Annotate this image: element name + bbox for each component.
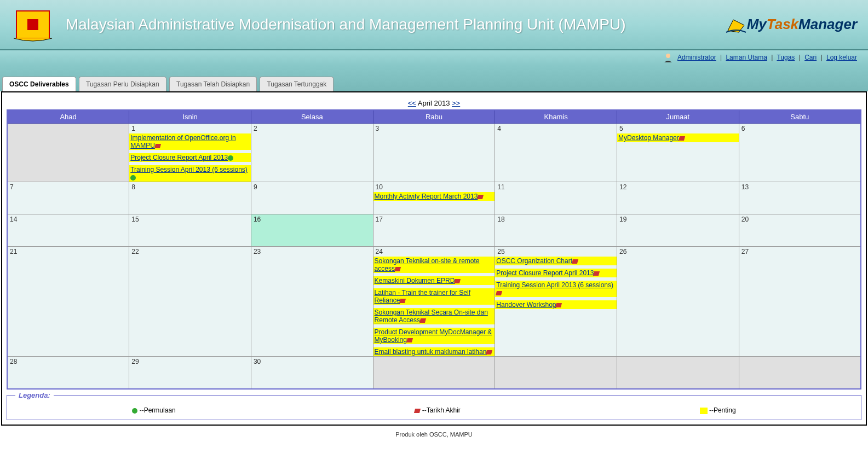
month-title: April 2013 bbox=[418, 99, 450, 107]
end-icon bbox=[572, 259, 578, 264]
event-link[interactable]: Training Session April 2013 (6 sessions) bbox=[496, 281, 613, 289]
end-icon bbox=[477, 195, 484, 199]
event-link[interactable]: Project Closure Report April 2013 bbox=[130, 154, 228, 161]
event-link[interactable]: Sokongan Teknikal Secara On-site dan Rem… bbox=[375, 309, 488, 324]
day-cell[interactable] bbox=[617, 357, 739, 390]
logout-link[interactable]: Log keluar bbox=[826, 54, 857, 61]
day-cell[interactable]: 19 bbox=[617, 214, 739, 247]
day-header: Khamis bbox=[495, 110, 617, 124]
content-panel: << April 2013 >> Ahad Isnin Selasa Rabu … bbox=[1, 91, 867, 426]
day-cell[interactable]: 2 bbox=[251, 124, 373, 182]
day-cell[interactable]: 1 Implementation of OpenOffice.org in MA… bbox=[129, 124, 251, 182]
next-month[interactable]: >> bbox=[452, 99, 460, 107]
event-link[interactable]: Handover Workshop bbox=[496, 301, 556, 309]
user-icon bbox=[663, 53, 674, 63]
search-link[interactable]: Cari bbox=[804, 54, 817, 61]
event-link[interactable]: Implementation of OpenOffice.org in MAMP… bbox=[130, 134, 236, 149]
day-cell-today[interactable]: 16 bbox=[251, 214, 373, 247]
important-swatch bbox=[700, 408, 708, 414]
end-icon bbox=[679, 136, 685, 141]
day-cell[interactable]: 4 bbox=[495, 124, 617, 182]
day-cell[interactable]: 12 bbox=[617, 182, 739, 214]
day-cell[interactable]: 10 Monthly Activity Report March 2013 bbox=[373, 182, 495, 214]
footer: Produk oleh OSCC, MAMPU bbox=[0, 426, 868, 443]
end-icon bbox=[154, 144, 161, 148]
day-cell[interactable]: 11 bbox=[495, 182, 617, 214]
legend-title: Legenda: bbox=[15, 391, 54, 399]
end-icon bbox=[414, 409, 421, 413]
day-cell[interactable]: 30 bbox=[251, 357, 373, 390]
end-icon bbox=[419, 318, 426, 323]
event-link[interactable]: MyDesktop Manager bbox=[618, 134, 679, 142]
day-cell[interactable]: 18 bbox=[495, 214, 617, 247]
legend-end: --Tarikh Akhir bbox=[415, 406, 460, 414]
start-icon bbox=[228, 155, 233, 161]
day-cell[interactable]: 6 bbox=[739, 124, 861, 182]
day-cell[interactable]: 22 bbox=[129, 247, 251, 357]
end-icon bbox=[406, 338, 413, 342]
day-cell[interactable]: 13 bbox=[739, 182, 861, 214]
tab-deliverables[interactable]: OSCC Deliverables bbox=[2, 77, 76, 91]
event-link[interactable]: OSCC Organization Chart bbox=[496, 257, 572, 265]
day-cell[interactable]: 28 bbox=[7, 357, 129, 390]
tab-bar: OSCC Deliverables Tugasan Perlu Disiapka… bbox=[0, 66, 868, 91]
end-icon bbox=[454, 279, 461, 283]
day-cell[interactable]: 15 bbox=[129, 214, 251, 247]
day-cell[interactable]: 23 bbox=[251, 247, 373, 357]
start-icon bbox=[130, 175, 136, 181]
org-title: Malaysian Administrative Modernisation a… bbox=[66, 16, 693, 33]
tasks-link[interactable]: Tugas bbox=[777, 54, 795, 61]
calendar-grid: Ahad Isnin Selasa Rabu Khamis Jumaat Sab… bbox=[7, 109, 861, 390]
day-cell[interactable] bbox=[7, 124, 129, 182]
legend: Legenda: --Permulaan --Tarikh Akhir --Pe… bbox=[7, 395, 861, 420]
svg-point-2 bbox=[666, 54, 670, 58]
end-icon bbox=[496, 291, 502, 295]
end-icon bbox=[399, 299, 406, 303]
user-bar: Administrator | Laman Utama | Tugas | Ca… bbox=[0, 50, 868, 66]
day-cell[interactable]: 3 bbox=[373, 124, 495, 182]
tab-telah[interactable]: Tugasan Telah Disiapkan bbox=[169, 77, 257, 91]
end-icon bbox=[394, 267, 401, 271]
day-cell[interactable]: 25 OSCC Organization Chart Project Closu… bbox=[495, 247, 617, 357]
event-link[interactable]: Monthly Activity Report March 2013 bbox=[375, 193, 478, 200]
crest-logo bbox=[11, 5, 55, 44]
day-cell[interactable]: 7 bbox=[7, 182, 129, 214]
day-cell[interactable]: 29 bbox=[129, 357, 251, 390]
day-cell[interactable]: 26 bbox=[617, 247, 739, 357]
event-link[interactable]: Project Closure Report April 2013 bbox=[496, 269, 594, 277]
day-cell[interactable]: 9 bbox=[251, 182, 373, 214]
day-cell[interactable]: 8 bbox=[129, 182, 251, 214]
tab-tertunggak[interactable]: Tugasan Tertunggak bbox=[260, 77, 334, 91]
calendar-nav: << April 2013 >> bbox=[7, 97, 861, 109]
day-cell[interactable] bbox=[495, 357, 617, 390]
day-header: Rabu bbox=[373, 110, 495, 124]
day-header: Selasa bbox=[251, 110, 373, 124]
event-link[interactable]: Kemaskini Dokumen EPRD bbox=[375, 277, 455, 284]
home-link[interactable]: Laman Utama bbox=[726, 54, 767, 61]
event-link[interactable]: Training Session April 2013 (6 sessions) bbox=[130, 166, 248, 173]
event-link[interactable]: Product Development MyDocManager & MyBoo… bbox=[375, 328, 492, 344]
day-cell[interactable] bbox=[373, 357, 495, 390]
day-header: Jumaat bbox=[617, 110, 739, 124]
end-icon bbox=[555, 303, 562, 307]
event-link[interactable]: Latihan - Train the trainer for Self Rel… bbox=[375, 289, 470, 304]
end-icon bbox=[486, 350, 492, 354]
day-cell[interactable]: 17 bbox=[373, 214, 495, 247]
tab-perlu[interactable]: Tugasan Perlu Disiapkan bbox=[79, 77, 166, 91]
day-cell[interactable] bbox=[739, 357, 861, 390]
day-cell[interactable]: 5 MyDesktop Manager bbox=[617, 124, 739, 182]
legend-important: --Penting bbox=[700, 406, 736, 414]
day-cell[interactable]: 21 bbox=[7, 247, 129, 357]
event-link[interactable]: Email blasting untuk makluman latihan bbox=[375, 348, 487, 356]
svg-rect-1 bbox=[27, 19, 38, 30]
header: Malaysian Administrative Modernisation a… bbox=[0, 0, 868, 50]
app-logo: MyTaskManager bbox=[693, 16, 857, 33]
prev-month[interactable]: << bbox=[408, 99, 416, 107]
day-cell[interactable]: 27 bbox=[739, 247, 861, 357]
day-cell[interactable]: 14 bbox=[7, 214, 129, 247]
start-icon bbox=[132, 408, 137, 414]
admin-link[interactable]: Administrator bbox=[677, 54, 716, 61]
event-link[interactable]: Sokongan Teknikal on-site & remote acces… bbox=[375, 257, 480, 272]
day-cell[interactable]: 24 Sokongan Teknikal on-site & remote ac… bbox=[373, 247, 495, 357]
day-cell[interactable]: 20 bbox=[739, 214, 861, 247]
